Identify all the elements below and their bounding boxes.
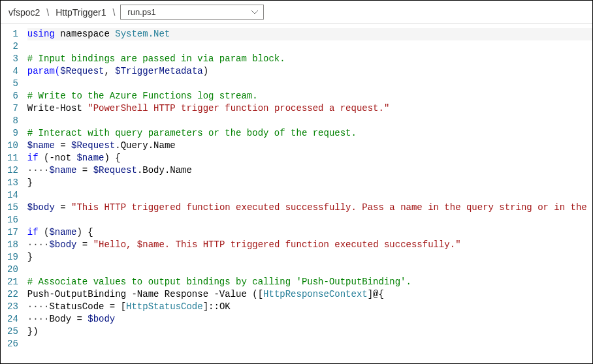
line-number: 13	[7, 177, 18, 189]
line-number: 2	[7, 40, 18, 53]
line-number: 11	[7, 152, 18, 164]
breadcrumb: vfspoc2 \ HttpTrigger1 \ run.ps1	[1, 1, 592, 23]
line-number: 17	[7, 226, 18, 239]
line-number: 3	[7, 53, 18, 65]
line-number: 18	[7, 239, 18, 251]
line-number: 8	[7, 115, 18, 127]
line-number: 9	[7, 127, 18, 140]
line-number: 19	[7, 251, 18, 264]
line-number: 24	[7, 313, 18, 326]
breadcrumb-separator: \	[46, 7, 49, 18]
line-number: 10	[7, 140, 18, 152]
breadcrumb-function[interactable]: HttpTrigger1	[54, 7, 107, 18]
breadcrumb-root[interactable]: vfspoc2	[7, 7, 41, 18]
line-number: 4	[7, 65, 18, 78]
line-number: 22	[7, 288, 18, 301]
line-number: 23	[7, 301, 18, 313]
line-number: 1	[7, 28, 18, 40]
line-number: 20	[7, 264, 18, 276]
line-number: 25	[7, 326, 18, 338]
chevron-down-icon	[251, 10, 258, 14]
line-number: 15	[7, 202, 18, 214]
code-content[interactable]: using namespace System.Net # Input bindi…	[27, 24, 592, 360]
line-number: 16	[7, 214, 18, 226]
line-number: 12	[7, 164, 18, 177]
line-number: 21	[7, 276, 18, 288]
line-number: 14	[7, 189, 18, 202]
line-number: 6	[7, 90, 18, 102]
file-dropdown-value: run.ps1	[127, 7, 155, 17]
breadcrumb-separator: \	[112, 7, 115, 18]
file-dropdown[interactable]: run.ps1	[120, 5, 264, 20]
line-number-gutter: 1234567891011121314151617181920212223242…	[1, 24, 27, 360]
line-number: 5	[7, 78, 18, 90]
line-number: 26	[7, 338, 18, 350]
code-editor[interactable]: 1234567891011121314151617181920212223242…	[1, 23, 592, 360]
line-number: 7	[7, 102, 18, 115]
